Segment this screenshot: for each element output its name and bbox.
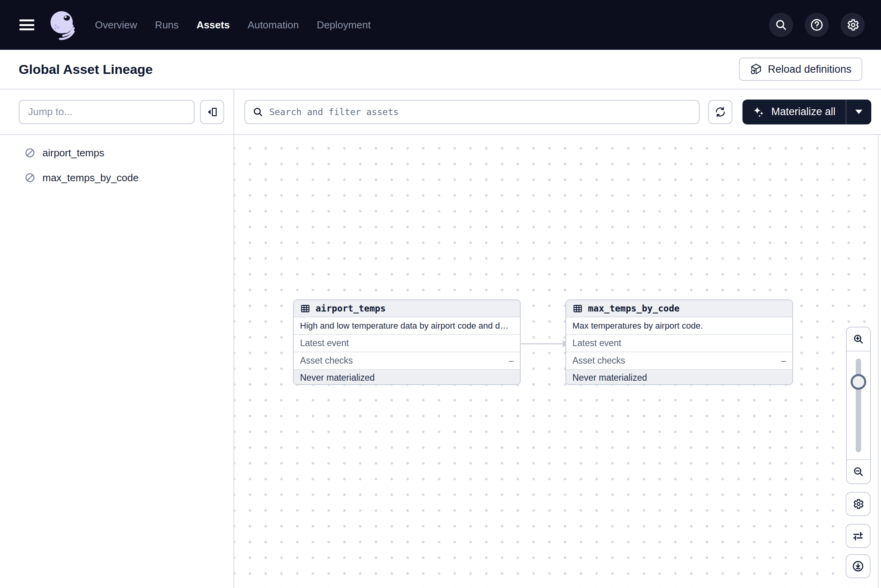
caret-down-icon (855, 110, 862, 114)
page-title: Global Asset Lineage (19, 62, 153, 77)
tune-icon (852, 530, 864, 542)
latest-event-label: Latest event (300, 338, 349, 348)
help-button[interactable] (805, 13, 829, 37)
asset-list: airport_temps max_temps_by_code (0, 135, 233, 190)
asset-description: Max temperatures by airport code. (572, 321, 703, 331)
asset-checks-label: Asset checks (572, 355, 625, 366)
dagster-octopus-logo[interactable] (46, 7, 79, 43)
asset-checks-label: Asset checks (300, 355, 353, 366)
zoom-out-icon (852, 466, 865, 478)
collapse-panel-icon (206, 106, 218, 118)
latest-event-label: Latest event (572, 338, 621, 348)
asset-checks-row: Asset checks – (566, 352, 792, 370)
main-split: airport_temps max_temps_by_code (0, 89, 881, 588)
zoom-in-button[interactable] (847, 327, 870, 352)
lineage-edge-arrow (521, 338, 571, 350)
nav-link-automation[interactable]: Automation (247, 19, 299, 31)
settings-button[interactable] (841, 13, 865, 37)
navbar-actions (769, 13, 881, 37)
table-icon (572, 303, 583, 314)
zoom-slider-handle[interactable] (851, 374, 866, 390)
hamburger-icon[interactable] (19, 19, 34, 30)
search-icon (774, 18, 788, 32)
asset-checks-value: – (781, 355, 786, 366)
lineage-graph[interactable]: airport_temps High and low temperature d… (234, 135, 879, 588)
asset-name: max_temps_by_code (42, 172, 139, 184)
zoom-controls (846, 327, 871, 484)
materialize-all-button[interactable]: Materialize all (742, 100, 846, 124)
asset-name: airport_temps (42, 147, 104, 159)
refresh-button[interactable] (708, 100, 732, 124)
package-reload-icon (750, 63, 762, 75)
never-materialized-icon (24, 172, 36, 184)
page-header: Global Asset Lineage Reload definitions (0, 50, 881, 89)
asset-description-row: Max temperatures by airport code. (566, 317, 792, 335)
asset-node-title: airport_temps (316, 303, 386, 313)
graph-settings-button[interactable] (846, 492, 870, 516)
zoom-slider-track[interactable] (856, 359, 861, 452)
jump-to-input[interactable] (19, 100, 195, 124)
asset-checks-value: – (509, 355, 514, 366)
collapse-sidebar-button[interactable] (200, 100, 224, 124)
zoom-out-button[interactable] (847, 459, 870, 483)
top-navbar: Overview Runs Assets Automation Deployme… (0, 0, 881, 50)
gear-icon (852, 498, 864, 510)
asset-node-max-temps-by-code[interactable]: max_temps_by_code Max temperatures by ai… (565, 299, 793, 385)
materialization-status: Never materialized (294, 370, 520, 385)
download-icon (851, 560, 865, 573)
asset-node-header: airport_temps (294, 300, 520, 317)
reload-definitions-button[interactable]: Reload definitions (739, 58, 862, 81)
nav-link-deployment[interactable]: Deployment (317, 19, 371, 31)
sidebar-item-max-temps-by-code[interactable]: max_temps_by_code (0, 165, 233, 190)
sidebar-item-airport-temps[interactable]: airport_temps (0, 140, 233, 165)
nav-link-overview[interactable]: Overview (95, 19, 137, 31)
zoom-slider[interactable] (847, 352, 870, 459)
materialization-status: Never materialized (566, 370, 792, 385)
asset-description-row: High and low temperature data by airport… (294, 317, 520, 335)
download-image-button[interactable] (846, 554, 870, 578)
asset-node-header: max_temps_by_code (566, 300, 792, 317)
help-icon (810, 18, 824, 32)
search-icon (252, 106, 264, 118)
asset-search (244, 100, 700, 124)
asset-node-airport-temps[interactable]: airport_temps High and low temperature d… (293, 299, 521, 385)
search-assets-input[interactable] (244, 100, 700, 124)
asset-description: High and low temperature data by airport… (300, 321, 509, 331)
nav-link-runs[interactable]: Runs (155, 19, 179, 31)
canvas-toolbar: Materialize all (234, 89, 881, 135)
primary-nav: Overview Runs Assets Automation Deployme… (95, 19, 371, 31)
table-icon (300, 303, 311, 314)
materialize-all-label: Materialize all (771, 106, 835, 118)
never-materialized-icon (24, 147, 36, 159)
sparkles-icon (753, 106, 765, 118)
refresh-icon (714, 106, 726, 118)
lineage-canvas: Materialize all (234, 89, 881, 588)
reload-definitions-label: Reload definitions (768, 63, 851, 75)
nav-link-assets[interactable]: Assets (197, 19, 230, 31)
materialize-split-button: Materialize all (742, 100, 871, 124)
gear-icon (846, 18, 860, 32)
materialize-options-button[interactable] (846, 100, 871, 124)
asset-node-title: max_temps_by_code (588, 303, 679, 313)
latest-event-row: Latest event (294, 335, 520, 352)
sidebar-toolbar (0, 89, 233, 135)
asset-sidebar: airport_temps max_temps_by_code (0, 89, 234, 588)
search-button[interactable] (769, 13, 793, 37)
asset-checks-row: Asset checks – (294, 352, 520, 370)
zoom-in-icon (852, 333, 865, 345)
graph-filters-button[interactable] (846, 524, 870, 548)
latest-event-row: Latest event (566, 335, 792, 352)
